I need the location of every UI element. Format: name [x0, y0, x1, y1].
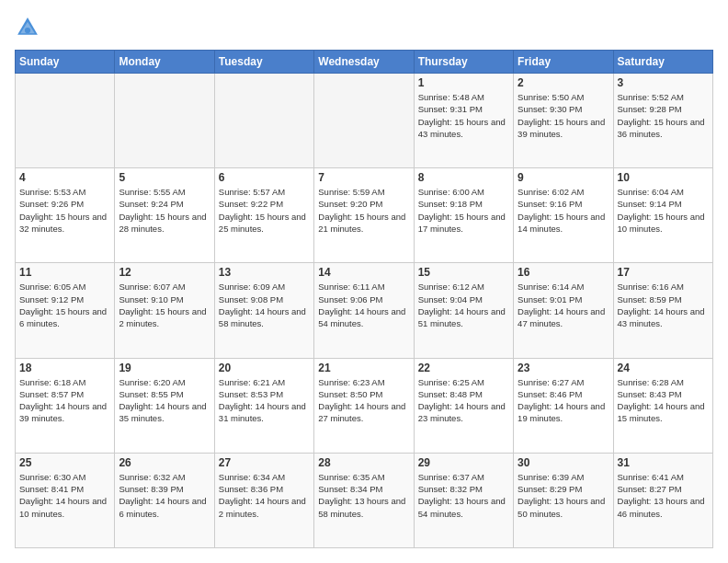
day-cell — [115, 74, 214, 168]
day-info: Sunrise: 6:39 AMSunset: 8:29 PMDaylight:… — [518, 471, 609, 520]
day-info: Sunrise: 5:53 AMSunset: 9:26 PMDaylight:… — [19, 186, 110, 235]
day-info: Sunrise: 6:04 AMSunset: 9:14 PMDaylight:… — [618, 186, 709, 235]
day-info: Sunrise: 6:05 AMSunset: 9:12 PMDaylight:… — [19, 281, 110, 329]
day-cell: 2Sunrise: 5:50 AMSunset: 9:30 PMDaylight… — [514, 74, 613, 168]
day-info: Sunrise: 6:27 AMSunset: 8:46 PMDaylight:… — [518, 376, 609, 425]
day-number: 5 — [119, 171, 210, 184]
day-number: 28 — [318, 456, 409, 469]
day-number: 8 — [418, 171, 509, 184]
day-info: Sunrise: 5:50 AMSunset: 9:30 PMDaylight:… — [518, 91, 609, 140]
weekday-header-wednesday: Wednesday — [314, 51, 414, 74]
day-info: Sunrise: 6:14 AMSunset: 9:01 PMDaylight:… — [518, 281, 609, 329]
day-number: 6 — [219, 171, 310, 184]
day-number: 3 — [618, 76, 709, 89]
day-info: Sunrise: 6:09 AMSunset: 9:08 PMDaylight:… — [219, 281, 310, 329]
day-info: Sunrise: 5:52 AMSunset: 9:28 PMDaylight:… — [618, 91, 709, 140]
day-info: Sunrise: 6:00 AMSunset: 9:18 PMDaylight:… — [418, 186, 509, 235]
day-number: 27 — [219, 456, 310, 469]
day-number: 24 — [618, 362, 709, 374]
day-info: Sunrise: 5:59 AMSunset: 9:20 PMDaylight:… — [318, 186, 409, 235]
day-cell: 20Sunrise: 6:21 AMSunset: 8:53 PMDayligh… — [214, 358, 313, 453]
day-cell: 10Sunrise: 6:04 AMSunset: 9:14 PMDayligh… — [613, 168, 712, 263]
day-cell: 31Sunrise: 6:41 AMSunset: 8:27 PMDayligh… — [613, 453, 712, 547]
day-cell: 29Sunrise: 6:37 AMSunset: 8:32 PMDayligh… — [414, 453, 513, 547]
day-number: 1 — [418, 76, 509, 89]
weekday-header-sunday: Sunday — [16, 51, 115, 74]
day-info: Sunrise: 6:41 AMSunset: 8:27 PMDaylight:… — [618, 471, 709, 520]
day-cell: 24Sunrise: 6:28 AMSunset: 8:43 PMDayligh… — [613, 358, 712, 453]
day-number: 4 — [19, 171, 110, 184]
day-cell: 19Sunrise: 6:20 AMSunset: 8:55 PMDayligh… — [115, 358, 214, 453]
day-cell — [314, 74, 414, 168]
day-info: Sunrise: 6:18 AMSunset: 8:57 PMDaylight:… — [19, 376, 110, 425]
day-info: Sunrise: 5:57 AMSunset: 9:22 PMDaylight:… — [219, 186, 310, 235]
day-cell: 3Sunrise: 5:52 AMSunset: 9:28 PMDaylight… — [613, 74, 712, 168]
logo-icon — [15, 15, 40, 40]
day-number: 12 — [119, 266, 210, 279]
day-number: 26 — [119, 456, 210, 469]
day-info: Sunrise: 6:25 AMSunset: 8:48 PMDaylight:… — [418, 376, 509, 425]
weekday-header-friday: Friday — [514, 51, 613, 74]
day-info: Sunrise: 6:16 AMSunset: 8:59 PMDaylight:… — [618, 281, 709, 329]
day-cell: 23Sunrise: 6:27 AMSunset: 8:46 PMDayligh… — [514, 358, 613, 453]
day-number: 16 — [518, 266, 609, 279]
day-number: 30 — [518, 456, 609, 469]
day-cell: 8Sunrise: 6:00 AMSunset: 9:18 PMDaylight… — [414, 168, 513, 263]
day-number: 11 — [19, 266, 110, 279]
day-info: Sunrise: 6:11 AMSunset: 9:06 PMDaylight:… — [318, 281, 409, 329]
day-number: 7 — [318, 171, 409, 184]
svg-point-2 — [25, 28, 30, 33]
day-cell: 7Sunrise: 5:59 AMSunset: 9:20 PMDaylight… — [314, 168, 414, 263]
day-cell: 16Sunrise: 6:14 AMSunset: 9:01 PMDayligh… — [514, 263, 613, 358]
day-cell — [214, 74, 313, 168]
day-number: 19 — [119, 362, 210, 374]
day-info: Sunrise: 6:21 AMSunset: 8:53 PMDaylight:… — [219, 376, 310, 425]
day-cell: 21Sunrise: 6:23 AMSunset: 8:50 PMDayligh… — [314, 358, 414, 453]
day-number: 2 — [518, 76, 609, 89]
weekday-header-thursday: Thursday — [414, 51, 513, 74]
day-cell: 28Sunrise: 6:35 AMSunset: 8:34 PMDayligh… — [314, 453, 414, 547]
day-cell: 18Sunrise: 6:18 AMSunset: 8:57 PMDayligh… — [16, 358, 115, 453]
day-number: 31 — [618, 456, 709, 469]
day-cell: 12Sunrise: 6:07 AMSunset: 9:10 PMDayligh… — [115, 263, 214, 358]
week-row-4: 18Sunrise: 6:18 AMSunset: 8:57 PMDayligh… — [16, 358, 713, 453]
day-number: 14 — [318, 266, 409, 279]
week-row-5: 25Sunrise: 6:30 AMSunset: 8:41 PMDayligh… — [16, 453, 713, 547]
day-info: Sunrise: 6:34 AMSunset: 8:36 PMDaylight:… — [219, 471, 310, 520]
day-number: 20 — [219, 362, 310, 374]
day-number: 15 — [418, 266, 509, 279]
weekday-header-row: SundayMondayTuesdayWednesdayThursdayFrid… — [16, 51, 713, 74]
day-cell: 30Sunrise: 6:39 AMSunset: 8:29 PMDayligh… — [514, 453, 613, 547]
day-number: 10 — [618, 171, 709, 184]
day-number: 13 — [219, 266, 310, 279]
day-number: 23 — [518, 362, 609, 374]
day-number: 18 — [19, 362, 110, 374]
day-cell: 9Sunrise: 6:02 AMSunset: 9:16 PMDaylight… — [514, 168, 613, 263]
day-cell: 22Sunrise: 6:25 AMSunset: 8:48 PMDayligh… — [414, 358, 513, 453]
day-cell: 5Sunrise: 5:55 AMSunset: 9:24 PMDaylight… — [115, 168, 214, 263]
day-info: Sunrise: 6:35 AMSunset: 8:34 PMDaylight:… — [318, 471, 409, 520]
day-number: 29 — [418, 456, 509, 469]
weekday-header-tuesday: Tuesday — [214, 51, 313, 74]
logo — [15, 15, 44, 40]
day-cell: 6Sunrise: 5:57 AMSunset: 9:22 PMDaylight… — [214, 168, 313, 263]
day-cell: 11Sunrise: 6:05 AMSunset: 9:12 PMDayligh… — [16, 263, 115, 358]
day-info: Sunrise: 5:48 AMSunset: 9:31 PMDaylight:… — [418, 91, 509, 140]
day-cell: 14Sunrise: 6:11 AMSunset: 9:06 PMDayligh… — [314, 263, 414, 358]
day-number: 21 — [318, 362, 409, 374]
day-info: Sunrise: 6:02 AMSunset: 9:16 PMDaylight:… — [518, 186, 609, 235]
week-row-2: 4Sunrise: 5:53 AMSunset: 9:26 PMDaylight… — [16, 168, 713, 263]
day-cell: 27Sunrise: 6:34 AMSunset: 8:36 PMDayligh… — [214, 453, 313, 547]
day-cell: 26Sunrise: 6:32 AMSunset: 8:39 PMDayligh… — [115, 453, 214, 547]
header — [15, 15, 713, 40]
day-cell: 4Sunrise: 5:53 AMSunset: 9:26 PMDaylight… — [16, 168, 115, 263]
day-info: Sunrise: 6:07 AMSunset: 9:10 PMDaylight:… — [119, 281, 210, 329]
page: SundayMondayTuesdayWednesdayThursdayFrid… — [0, 0, 728, 563]
day-cell — [16, 74, 115, 168]
day-info: Sunrise: 6:37 AMSunset: 8:32 PMDaylight:… — [418, 471, 509, 520]
day-cell: 1Sunrise: 5:48 AMSunset: 9:31 PMDaylight… — [414, 74, 513, 168]
day-info: Sunrise: 6:20 AMSunset: 8:55 PMDaylight:… — [119, 376, 210, 425]
day-info: Sunrise: 6:12 AMSunset: 9:04 PMDaylight:… — [418, 281, 509, 329]
day-number: 25 — [19, 456, 110, 469]
day-number: 22 — [418, 362, 509, 374]
